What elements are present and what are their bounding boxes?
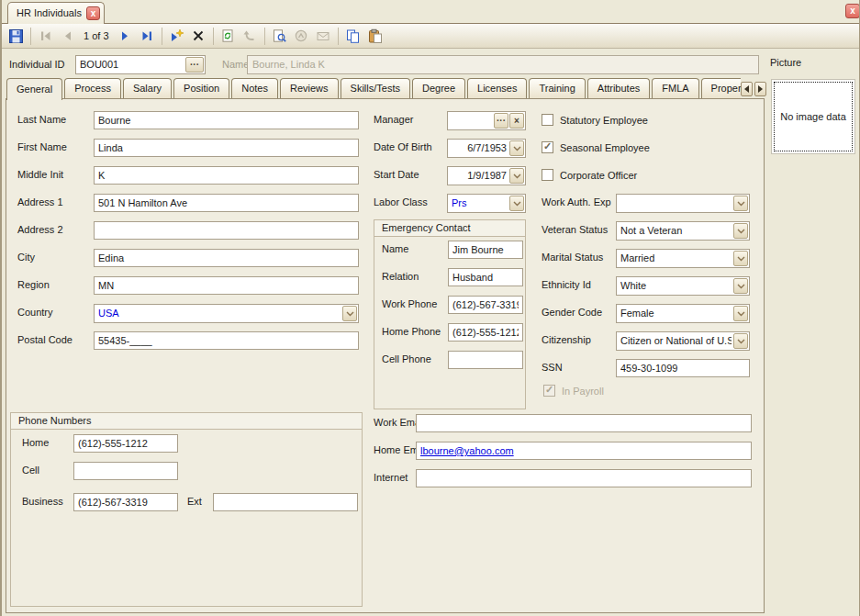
last-name-input[interactable] — [94, 111, 359, 129]
phone-ext-input[interactable] — [213, 493, 358, 511]
ec-cell-phone-input[interactable] — [448, 351, 523, 369]
paste-button[interactable] — [364, 26, 385, 46]
chevron-down-icon — [737, 339, 745, 344]
tab-scroll-left-button[interactable] — [741, 82, 753, 96]
country-dropdown-button[interactable] — [342, 306, 357, 321]
print-preview-button[interactable] — [269, 26, 290, 46]
date-of-birth-dropdown-button[interactable] — [509, 140, 524, 156]
manager-clear-button[interactable]: × — [509, 113, 524, 129]
city-input[interactable] — [94, 249, 359, 267]
individual-id-browse-button[interactable]: ··· — [185, 57, 204, 73]
tab-notes[interactable]: Notes — [231, 78, 278, 98]
last-record-button[interactable] — [137, 26, 158, 46]
internet-input[interactable] — [416, 469, 752, 487]
ethnicity-id-combo[interactable]: White — [616, 276, 750, 296]
corporate-officer-label: Corporate Officer — [560, 170, 637, 181]
marital-status-dropdown-button[interactable] — [733, 251, 748, 266]
work-email-input[interactable] — [416, 414, 752, 432]
chevron-left-icon — [744, 85, 749, 93]
veteran-status-combo[interactable]: Not a Veteran — [616, 221, 750, 241]
ec-home-phone-label: Home Phone — [382, 326, 441, 337]
country-value: USA — [98, 308, 341, 319]
tab-fmla[interactable]: FMLA — [652, 78, 698, 98]
window-close-button[interactable]: x — [845, 4, 860, 18]
document-tab-close-button[interactable]: x — [86, 6, 100, 20]
phone-cell-input[interactable] — [73, 462, 178, 480]
address2-input[interactable] — [94, 221, 359, 240]
labor-class-label: Labor Class — [374, 196, 428, 207]
name-label: Name — [222, 59, 249, 70]
tab-salary[interactable]: Salary — [123, 78, 172, 98]
tab-general[interactable]: General — [6, 78, 62, 100]
tab-scroll-right-button[interactable] — [754, 82, 766, 96]
last-name-label: Last Name — [17, 114, 66, 125]
in-payroll-label: In Payroll — [562, 386, 604, 397]
ethnicity-id-dropdown-button[interactable] — [733, 278, 748, 294]
gender-code-combo[interactable]: Female — [616, 304, 750, 323]
phone-business-input[interactable] — [73, 493, 178, 511]
first-name-input[interactable] — [94, 139, 359, 157]
tab-skills-tests[interactable]: Skills/Tests — [341, 78, 410, 98]
save-button[interactable] — [6, 26, 27, 46]
first-record-button[interactable] — [35, 26, 56, 46]
seasonal-employee-label: Seasonal Employee — [560, 142, 650, 153]
manager-lookup-field[interactable]: ··· × — [447, 111, 526, 130]
next-record-button[interactable] — [115, 26, 136, 46]
tab-position[interactable]: Position — [173, 78, 229, 98]
refresh-button[interactable] — [218, 26, 239, 46]
gender-code-dropdown-button[interactable] — [733, 306, 748, 321]
seasonal-employee-checkbox[interactable] — [542, 141, 553, 153]
ec-relation-input[interactable] — [448, 268, 523, 286]
individual-id-input[interactable]: BOU001 ··· — [75, 55, 206, 74]
document-tab-hr-individuals[interactable]: HR Individuals x — [7, 2, 105, 24]
previous-record-button[interactable] — [57, 26, 78, 46]
phone-home-input[interactable] — [73, 434, 178, 453]
country-combo[interactable]: USA — [94, 304, 359, 323]
start-date-dropdown-button[interactable] — [509, 168, 524, 184]
toolbar-separator — [338, 28, 339, 45]
marital-status-combo[interactable]: Married — [616, 249, 750, 268]
citizenship-combo[interactable]: Citizen or National of U.S. — [616, 331, 750, 351]
picture-label: Picture — [770, 57, 801, 68]
address1-input[interactable] — [94, 194, 359, 212]
statutory-employee-checkbox[interactable] — [542, 114, 553, 126]
tab-licenses[interactable]: Licenses — [467, 78, 527, 98]
veteran-status-dropdown-button[interactable] — [733, 223, 748, 239]
date-of-birth-picker[interactable]: 6/7/1953 — [447, 139, 526, 158]
ec-name-input[interactable] — [448, 241, 523, 259]
ssn-input[interactable] — [616, 359, 750, 377]
paste-icon — [367, 28, 383, 44]
tab-reviews[interactable]: Reviews — [280, 78, 339, 98]
tab-degree[interactable]: Degree — [412, 78, 465, 98]
copy-button[interactable] — [342, 26, 363, 46]
manager-browse-button[interactable]: ··· — [494, 113, 508, 129]
region-input[interactable] — [94, 276, 359, 295]
work-auth-exp-dropdown-button[interactable] — [733, 196, 748, 211]
emergency-contact-title: Emergency Contact — [374, 220, 525, 237]
tab-process[interactable]: Process — [64, 78, 121, 98]
middle-init-input[interactable] — [94, 166, 359, 185]
delete-record-button[interactable] — [188, 26, 209, 46]
undo-button[interactable] — [240, 26, 261, 46]
ec-name-label: Name — [382, 243, 408, 254]
ec-home-phone-input[interactable] — [448, 323, 523, 342]
start-date-picker[interactable]: 1/9/1987 — [447, 166, 526, 185]
marital-status-value: Married — [620, 252, 732, 263]
tab-attributes[interactable]: Attributes — [587, 78, 650, 98]
start-date-label: Start Date — [374, 169, 419, 180]
corporate-officer-checkbox[interactable] — [542, 169, 553, 181]
citizenship-dropdown-button[interactable] — [733, 333, 748, 349]
work-auth-exp-combo[interactable] — [616, 194, 750, 213]
ec-work-phone-input[interactable] — [448, 296, 523, 314]
email-button[interactable] — [313, 26, 334, 46]
ec-cell-phone-label: Cell Phone — [382, 353, 431, 364]
new-record-button[interactable] — [166, 26, 187, 46]
postal-code-input[interactable] — [94, 331, 359, 350]
home-email-input[interactable] — [416, 442, 752, 460]
labor-class-combo[interactable]: Prs — [447, 194, 526, 213]
navigate-button[interactable] — [291, 26, 312, 46]
tab-property[interactable]: Property — [701, 78, 741, 98]
toolbar-separator — [162, 28, 162, 45]
labor-class-dropdown-button[interactable] — [509, 196, 524, 211]
tab-training[interactable]: Training — [529, 78, 585, 98]
